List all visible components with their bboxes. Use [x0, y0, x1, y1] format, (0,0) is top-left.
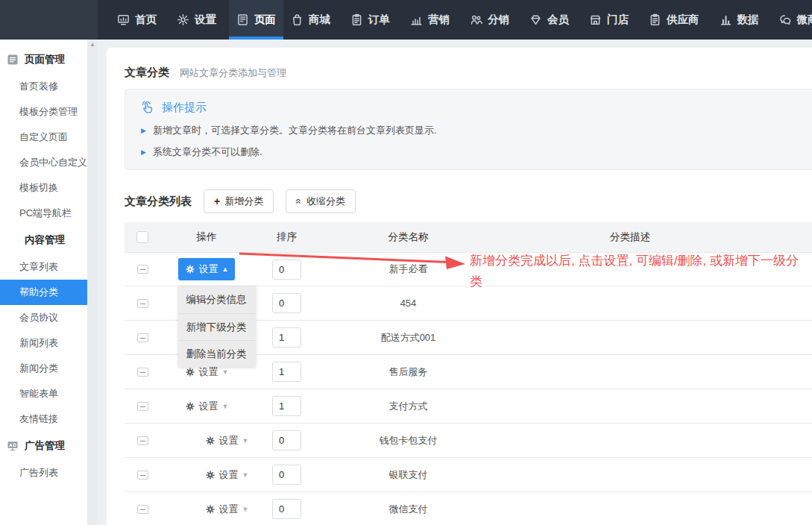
caret-down-icon: ▼ — [222, 403, 229, 410]
sort-input[interactable] — [272, 396, 301, 416]
page-header: 文章分类 网站文章分类添加与管理 — [125, 66, 812, 80]
sidebar-item-文章列表[interactable]: 文章列表 — [0, 254, 87, 280]
caret-up-icon: ▲ — [222, 265, 229, 273]
collapse-categories-button[interactable]: « 收缩分类 — [286, 189, 356, 213]
dashboard-icon — [117, 13, 130, 26]
add-category-button[interactable]: + 新增分类 — [204, 189, 274, 213]
category-name: 银联支付 — [321, 468, 496, 482]
sidebar-item-模板分类管理[interactable]: 模板分类管理 — [0, 99, 87, 125]
nav-item-商城[interactable]: 商城 — [283, 0, 343, 40]
nav-item-分销[interactable]: 分销 — [462, 0, 522, 40]
sidebar-item-广告列表[interactable]: 广告列表 — [0, 460, 87, 485]
sidebar-item-新闻分类[interactable]: 新闻分类 — [0, 356, 87, 381]
sort-input[interactable] — [272, 499, 301, 519]
page-manage-icon — [7, 54, 19, 66]
page-title: 文章分类 — [125, 66, 169, 80]
expand-toggle-icon[interactable] — [137, 471, 148, 480]
nav-item-营销[interactable]: 营销 — [403, 0, 462, 40]
column-header-name: 分类名称 — [321, 230, 496, 244]
dropdown-item-新增下级分类[interactable]: 新增下级分类 — [178, 313, 256, 340]
sidebar: 页面管理首页装修模板分类管理自定义页面会员中心自定义模板切换PC端导航栏内容管理… — [0, 40, 87, 525]
tip-line: ▶系统文章分类不可以删除. — [139, 145, 811, 159]
nav-item-会员[interactable]: 会员 — [522, 0, 582, 40]
sidebar-item-模板切换[interactable]: 模板切换 — [0, 175, 87, 201]
topbar-logo-area — [0, 0, 98, 40]
sort-input[interactable] — [272, 362, 301, 382]
dropdown-item-删除当前分类[interactable]: 删除当前分类 — [178, 340, 256, 367]
table-row: 设置 ▼ 银联支付 — [125, 458, 812, 492]
list-header: 文章分类列表 + 新增分类 « 收缩分类 — [125, 189, 812, 213]
bullet-icon: ▶ — [141, 127, 146, 134]
page-subtitle: 网站文章分类添加与管理 — [180, 66, 286, 80]
sidebar-item-自定义页面[interactable]: 自定义页面 — [0, 125, 87, 150]
sidebar-item-友情链接[interactable]: 友情链接 — [0, 406, 87, 432]
sidebar-item-帮助分类[interactable]: 帮助分类 — [0, 280, 87, 305]
sidebar-item-新闻列表[interactable]: 新闻列表 — [0, 330, 87, 356]
sidebar-item-会员协议[interactable]: 会员协议 — [0, 305, 87, 330]
marketing-icon — [410, 13, 423, 26]
settings-dropdown-button[interactable]: 设置 ▲ — [178, 258, 236, 280]
settings-dropdown-menu: 编辑分类信息新增下级分类删除当前分类 — [178, 286, 256, 367]
sort-input[interactable] — [272, 465, 301, 485]
settings-dropdown-button[interactable]: 设置 ▼ — [205, 434, 249, 447]
tap-hand-icon — [139, 99, 155, 116]
table-row: 设置 ▼ 微信支付 — [125, 492, 812, 525]
distribution-icon — [470, 13, 482, 26]
caret-down-icon: ▼ — [222, 368, 229, 376]
sidebar-section-广告管理[interactable]: 广告管理 — [0, 432, 87, 460]
expand-toggle-icon[interactable] — [137, 299, 148, 308]
sort-input[interactable] — [272, 293, 301, 313]
content-card: 文章分类 网站文章分类添加与管理 操作提示 ▶新增文章时，可选择文章分类。文章分… — [107, 48, 812, 525]
sort-input[interactable] — [272, 327, 301, 348]
data-icon — [720, 13, 732, 26]
expand-toggle-icon[interactable] — [137, 333, 148, 342]
collapse-icon: « — [293, 198, 305, 204]
settings-dropdown-button[interactable]: 设置 ▼ — [205, 503, 249, 516]
main-area: 文章分类 网站文章分类添加与管理 操作提示 ▶新增文章时，可选择文章分类。文章分… — [98, 40, 812, 525]
gear-icon — [205, 470, 215, 480]
expand-toggle-icon[interactable] — [137, 436, 148, 445]
nav-item-门店[interactable]: 门店 — [582, 0, 641, 40]
sidebar-item-会员中心自定义[interactable]: 会员中心自定义 — [0, 150, 87, 175]
category-name: 售后服务 — [321, 365, 496, 379]
settings-dropdown-button[interactable]: 设置 ▼ — [185, 400, 229, 413]
sidebar-item-智能表单[interactable]: 智能表单 — [0, 381, 87, 406]
nav-item-订单[interactable]: 订单 — [343, 0, 403, 40]
order-icon — [350, 13, 363, 26]
nav-item-供应商[interactable]: 供应商 — [641, 0, 712, 40]
sidebar-section-页面管理[interactable]: 页面管理 — [0, 45, 87, 74]
member-icon — [529, 13, 542, 26]
sidebar-section-内容管理[interactable]: 内容管理 — [0, 226, 87, 254]
gear-icon — [185, 401, 195, 412]
sidebar-scrollbar[interactable]: ▲ — [87, 40, 98, 525]
sidebar-item-首页装修[interactable]: 首页装修 — [0, 74, 87, 99]
dropdown-item-编辑分类信息[interactable]: 编辑分类信息 — [178, 286, 256, 313]
expand-toggle-icon[interactable] — [137, 265, 148, 274]
expand-toggle-icon[interactable] — [137, 402, 148, 411]
sort-input[interactable] — [272, 260, 301, 280]
tip-title: 操作提示 — [162, 101, 207, 115]
nav-item-设置[interactable]: 设置 — [169, 0, 229, 40]
nav-item-页面[interactable]: 页面 — [229, 0, 283, 40]
scroll-up-icon[interactable]: ▲ — [87, 40, 98, 50]
wechat-mall-icon — [779, 13, 792, 26]
sort-input[interactable] — [272, 430, 301, 450]
expand-toggle-icon[interactable] — [137, 368, 148, 377]
category-name: 454 — [321, 298, 496, 309]
expand-toggle-icon[interactable] — [137, 505, 148, 514]
column-header-desc: 分类描述 — [496, 230, 764, 244]
nav-item-首页[interactable]: 首页 — [110, 0, 169, 40]
settings-dropdown-button[interactable]: 设置 ▼ — [205, 468, 249, 482]
ad-manage-icon — [7, 440, 19, 452]
column-header-sort: 排序 — [253, 230, 321, 244]
sidebar-item-PC端导航栏[interactable]: PC端导航栏 — [0, 201, 87, 226]
caret-down-icon: ▼ — [242, 437, 249, 444]
gear-icon — [205, 436, 215, 446]
select-all-checkbox[interactable] — [136, 231, 148, 243]
table-row: 设置 ▲ 编辑分类信息新增下级分类删除当前分类 新手必看 — [125, 252, 812, 286]
supplier-icon — [649, 13, 661, 26]
nav-item-微商城[interactable]: 微商城 — [772, 0, 812, 40]
bullet-icon: ▶ — [141, 148, 146, 156]
store-icon — [589, 13, 602, 26]
nav-item-数据[interactable]: 数据 — [712, 0, 772, 40]
